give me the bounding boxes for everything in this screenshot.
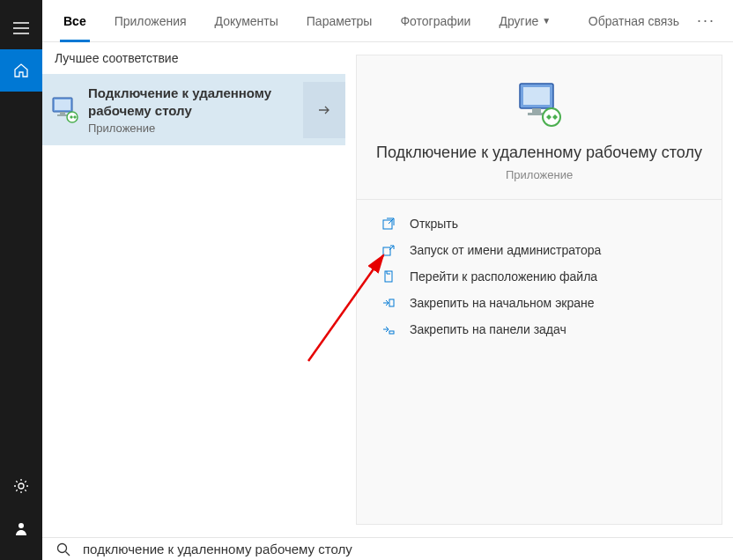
action-label: Перейти к расположению файла — [410, 269, 597, 284]
details-actions: Открыть Запуск от имени администратора — [357, 200, 722, 353]
open-icon — [381, 217, 396, 231]
action-label: Закрепить на начальном экране — [410, 296, 595, 310]
svg-rect-16 — [389, 331, 394, 334]
person-icon — [13, 520, 29, 536]
result-title: Подключение к удаленному рабочему столу — [88, 85, 303, 119]
hamburger-icon — [13, 22, 29, 34]
svg-rect-8 — [523, 87, 550, 105]
pin-start-icon — [381, 296, 396, 310]
tab-more[interactable]: Другие ▼ — [488, 0, 561, 42]
svg-rect-13 — [383, 247, 390, 255]
tab-documents[interactable]: Документы — [204, 0, 289, 42]
folder-icon — [381, 269, 396, 284]
svg-rect-15 — [389, 299, 394, 306]
details-title: Подключение к удаленному рабочему столу — [374, 142, 704, 163]
action-label: Запуск от имени администратора — [410, 243, 601, 257]
search-bar — [42, 537, 733, 560]
settings-button[interactable] — [0, 465, 42, 507]
svg-rect-5 — [57, 114, 68, 116]
svg-rect-3 — [55, 99, 70, 110]
rdp-app-icon-large — [515, 80, 564, 129]
home-button[interactable] — [0, 49, 42, 92]
result-subtitle: Приложение — [88, 122, 303, 135]
result-expand-button[interactable] — [303, 82, 345, 138]
tab-label: Другие — [499, 14, 538, 28]
results-column: Лучшее соответствие — [42, 42, 345, 537]
rdp-app-icon — [51, 96, 79, 124]
tab-apps[interactable]: Приложения — [104, 0, 197, 42]
arrow-right-icon — [317, 103, 331, 117]
action-label: Закрепить на панели задач — [410, 322, 566, 336]
svg-rect-14 — [385, 271, 392, 282]
tabs-bar: Все Приложения Документы Параметры Фотог… — [42, 0, 733, 42]
details-column: Подключение к удаленному рабочему столу … — [345, 42, 733, 537]
svg-point-0 — [19, 483, 24, 489]
action-pin-to-start[interactable]: Закрепить на начальном экране — [357, 290, 722, 316]
action-pin-to-taskbar[interactable]: Закрепить на панели задач — [357, 316, 722, 343]
more-options-button[interactable]: ··· — [690, 11, 722, 30]
feedback-link[interactable]: Обратная связь — [589, 14, 679, 28]
tab-all[interactable]: Все — [53, 0, 97, 42]
pin-taskbar-icon — [381, 322, 396, 336]
tab-label: Фотографии — [400, 14, 470, 28]
tab-photos[interactable]: Фотографии — [389, 0, 481, 42]
menu-button[interactable] — [0, 7, 42, 49]
svg-rect-9 — [532, 108, 541, 113]
tab-settings[interactable]: Параметры — [296, 0, 383, 42]
section-header: Лучшее соответствие — [42, 42, 345, 74]
account-button[interactable] — [0, 507, 42, 549]
tab-label: Все — [63, 14, 86, 28]
svg-rect-4 — [60, 112, 65, 114]
search-icon — [56, 542, 70, 556]
tab-label: Документы — [215, 14, 278, 28]
action-open-file-location[interactable]: Перейти к расположению файла — [357, 263, 722, 290]
tab-label: Приложения — [115, 14, 187, 28]
gear-icon — [13, 478, 29, 494]
svg-point-1 — [19, 523, 24, 528]
action-run-as-admin[interactable]: Запуск от имени администратора — [357, 237, 722, 263]
result-best-match[interactable]: Подключение к удаленному рабочему столу … — [42, 74, 345, 145]
home-icon — [13, 63, 29, 78]
action-label: Открыть — [410, 217, 458, 231]
details-subtitle: Приложение — [374, 168, 704, 181]
svg-point-17 — [58, 543, 67, 552]
search-input[interactable] — [83, 542, 719, 556]
left-rail — [0, 0, 42, 560]
chevron-down-icon: ▼ — [542, 16, 551, 26]
tab-label: Параметры — [307, 14, 373, 28]
action-open[interactable]: Открыть — [357, 210, 722, 237]
shield-icon — [381, 243, 396, 257]
details-card: Подключение к удаленному рабочему столу … — [356, 55, 722, 525]
